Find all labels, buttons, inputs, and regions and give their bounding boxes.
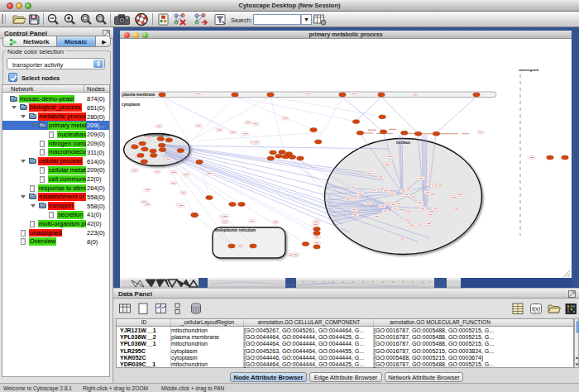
svg-text:mitochondrion: mitochondrion [144, 133, 170, 137]
svg-text:unassigned: unassigned [519, 68, 538, 72]
svg-text:nucleus: nucleus [396, 141, 411, 145]
svg-text:cytoplasm: cytoplasm [122, 103, 140, 107]
svg-text:endoplasmic reticulum: endoplasmic reticulum [215, 228, 256, 232]
svg-text:f(x): f(x) [532, 306, 540, 313]
svg-text:plasma membrane: plasma membrane [122, 93, 156, 97]
